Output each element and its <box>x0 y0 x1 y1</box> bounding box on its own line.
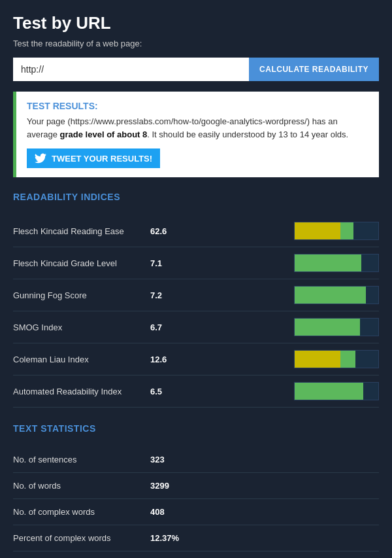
stat-row: Percent of complex words12.37% <box>13 525 379 551</box>
bar-container <box>189 318 379 336</box>
calculate-button[interactable]: CALCULATE READABILITY <box>249 58 379 81</box>
index-value: 7.1 <box>150 258 189 268</box>
index-row: Flesch Kincaid Reading Ease62.6 <box>13 215 379 247</box>
bar-outer <box>294 382 379 400</box>
page-subtitle: Test the readability of a web page: <box>13 39 379 48</box>
stat-row: No. of words3299 <box>13 473 379 499</box>
readability-section: READABILITY INDICES Flesch Kincaid Readi… <box>13 192 379 408</box>
index-value: 12.6 <box>150 355 189 364</box>
bar-green <box>340 222 353 239</box>
results-text-after: . It should be easily understood by 13 t… <box>147 130 348 139</box>
index-value: 62.6 <box>150 226 189 236</box>
bar-container <box>189 382 379 400</box>
bar-green <box>295 287 366 304</box>
stats-title: TEXT STATISTICS <box>13 423 379 436</box>
results-text: Your page (https://www.presslabs.com/how… <box>27 115 368 141</box>
index-name: SMOG Index <box>13 323 150 332</box>
index-row: Coleman Liau Index12.6 <box>13 343 379 375</box>
index-name: Coleman Liau Index <box>13 355 150 364</box>
tweet-label: TWEET YOUR RESULTS! <box>52 154 152 164</box>
stat-name: No. of complex words <box>13 507 150 517</box>
results-box: TEST RESULTS: Your page (https://www.pre… <box>13 92 379 177</box>
stat-name: No. of words <box>13 481 150 491</box>
stat-row: No. of sentences323 <box>13 447 379 473</box>
bar-container <box>189 286 379 304</box>
stat-value: 3299 <box>150 481 169 491</box>
bar-yellow <box>295 351 340 368</box>
index-value: 7.2 <box>150 290 189 300</box>
bar-outer <box>294 318 379 336</box>
stats-container: No. of sentences323No. of words3299No. o… <box>13 447 379 551</box>
stats-section: TEXT STATISTICS No. of sentences323No. o… <box>13 423 379 551</box>
bar-green <box>340 351 355 368</box>
bar-container <box>189 222 379 240</box>
stat-row: No. of complex words408 <box>13 499 379 525</box>
bar-outer <box>294 254 379 272</box>
index-value: 6.7 <box>150 323 189 332</box>
bar-container <box>189 350 379 368</box>
bar-green <box>295 319 360 336</box>
stat-value: 408 <box>150 507 165 517</box>
page-title: Test by URL <box>13 13 379 33</box>
bar-outer <box>294 222 379 240</box>
results-title: TEST RESULTS: <box>27 101 368 111</box>
stat-value: 12.37% <box>150 533 179 543</box>
index-value: 6.5 <box>150 387 189 396</box>
bar-outer <box>294 286 379 304</box>
bar-green <box>295 383 363 400</box>
stat-name: Percent of complex words <box>13 533 150 543</box>
stat-name: No. of sentences <box>13 455 150 464</box>
stat-value: 323 <box>150 455 165 464</box>
tweet-button[interactable]: TWEET YOUR RESULTS! <box>27 148 160 168</box>
indices-container: Flesch Kincaid Reading Ease62.6Flesch Ki… <box>13 215 379 408</box>
bar-outer <box>294 350 379 368</box>
index-name: Automated Readability Index <box>13 387 150 396</box>
twitter-icon <box>35 152 46 164</box>
index-row: Gunning Fog Score7.2 <box>13 279 379 311</box>
index-name: Flesch Kincaid Reading Ease <box>13 226 150 236</box>
index-row: Flesch Kincaid Grade Level7.1 <box>13 247 379 279</box>
readability-title: READABILITY INDICES <box>13 192 379 205</box>
bar-container <box>189 254 379 272</box>
index-name: Gunning Fog Score <box>13 290 150 300</box>
url-row: CALCULATE READABILITY <box>13 58 379 81</box>
index-row: Automated Readability Index6.5 <box>13 375 379 408</box>
index-row: SMOG Index6.7 <box>13 311 379 343</box>
bar-green <box>295 254 361 271</box>
index-name: Flesch Kincaid Grade Level <box>13 258 150 268</box>
results-bold-text: grade level of about 8 <box>60 130 148 139</box>
bar-yellow <box>295 222 340 239</box>
url-input[interactable] <box>13 58 249 81</box>
